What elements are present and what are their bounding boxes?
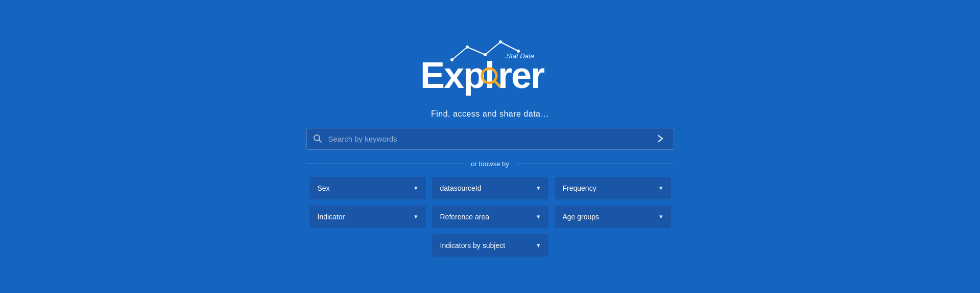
search-icon [311,129,326,148]
dropdown-indicator[interactable]: Indicator ▾ [309,206,426,228]
chevron-down-icon: ▾ [414,213,418,220]
dropdown-indicators-by-subject[interactable]: Indicators by subject ▾ [432,234,548,257]
dropdown-indicators-by-subject-label: Indicators by subject [440,241,506,250]
dropdown-datasourceid-label: datasourceId [440,184,482,192]
chevron-down-icon: ▾ [414,184,418,192]
dropdown-age-groups[interactable]: Age groups ▾ [555,206,671,228]
dropdown-row-1: Sex ▾ datasourceId ▾ Frequency ▾ [306,177,674,199]
chevron-down-icon: ▾ [537,241,540,249]
dropdown-age-groups-label: Age groups [563,213,600,221]
dropdown-frequency[interactable]: Frequency ▾ [555,177,671,199]
dropdown-row-2: Indicator ▾ Reference area ▾ Age groups … [306,206,674,228]
dropdown-reference-area[interactable]: Reference area ▾ [432,206,548,228]
divider-line-left [306,164,464,164]
search-bar [306,128,674,150]
logo-area: .Stat Data Expl rer Find, access and sha… [411,37,569,119]
svg-text:rer: rer [498,55,544,96]
svg-line-11 [319,140,321,143]
chevron-down-icon: ▾ [659,184,663,192]
tagline: Find, access and share data… [431,109,549,119]
dropdown-indicator-label: Indicator [318,213,345,221]
logo-svg: .Stat Data Expl rer [411,37,569,105]
dropdown-datasourceid[interactable]: datasourceId ▾ [432,177,548,199]
browse-by-divider: or browse by [306,160,674,168]
svg-point-3 [499,40,502,43]
search-submit-button[interactable] [651,129,670,148]
dropdown-sex[interactable]: Sex ▾ [309,177,426,199]
dropdown-sex-label: Sex [318,184,330,192]
divider-label: or browse by [464,160,516,168]
chevron-down-icon: ▾ [537,184,540,192]
dropdown-reference-area-label: Reference area [440,213,490,221]
search-input[interactable] [326,128,651,149]
chevron-down-icon: ▾ [537,213,540,220]
main-content: .Stat Data Expl rer Find, access and sha… [306,37,674,257]
chevron-down-icon: ▾ [659,213,663,220]
dropdown-frequency-label: Frequency [563,184,596,192]
divider-line-right [516,164,674,164]
dropdowns-grid: Sex ▾ datasourceId ▾ Frequency ▾ Indicat… [306,177,674,257]
dropdown-row-3: Indicators by subject ▾ [306,234,674,257]
svg-point-1 [466,46,469,49]
